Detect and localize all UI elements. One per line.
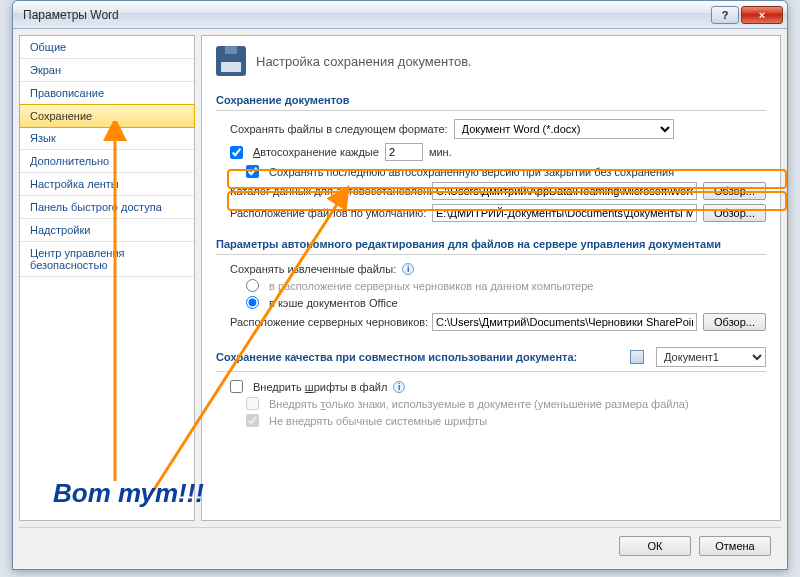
dialog-footer: ОК Отмена — [19, 527, 781, 563]
autosave-label: Автосохранение каждые — [253, 146, 379, 158]
save-extracted-label: Сохранять извлеченные файлы: — [230, 263, 396, 275]
radio-server-drafts-local-label: в расположение серверных черновиков на д… — [269, 280, 593, 292]
embed-only-used-checkbox — [246, 397, 259, 410]
keep-last-autosave-label: Сохранять последнюю автосохраненную верс… — [269, 166, 674, 178]
autosave-unit: мин. — [429, 146, 452, 158]
no-system-fonts-label: Не внедрять обычные системные шрифты — [269, 415, 487, 427]
sidebar-item-display[interactable]: Экран — [20, 59, 194, 82]
server-drafts-path-input[interactable] — [432, 313, 697, 331]
radio-server-drafts-local[interactable] — [246, 279, 259, 292]
titlebar[interactable]: Параметры Word ? × — [13, 1, 787, 29]
window-buttons: ? × — [709, 6, 783, 24]
sidebar-item-advanced[interactable]: Дополнительно — [20, 150, 194, 173]
ok-button[interactable]: ОК — [619, 536, 691, 556]
sidebar-item-customize-ribbon[interactable]: Настройка ленты — [20, 173, 194, 196]
default-location-label: Расположение файлов по умолчанию: — [230, 207, 426, 219]
autorecover-path-input[interactable] — [432, 182, 697, 200]
section-fidelity: Сохранение качества при совместном испол… — [216, 343, 766, 372]
no-system-fonts-checkbox — [246, 414, 259, 427]
autosave-minutes-input[interactable] — [385, 143, 423, 161]
document-icon — [630, 350, 644, 364]
page-header: Настройка сохранения документов. — [216, 46, 766, 76]
window-title: Параметры Word — [23, 8, 709, 22]
sidebar-item-quick-access[interactable]: Панель быстрого доступа — [20, 196, 194, 219]
browse-server-drafts-button[interactable]: Обзор... — [703, 313, 766, 331]
default-location-input[interactable] — [432, 204, 697, 222]
page-title: Настройка сохранения документов. — [256, 54, 472, 69]
browse-default-location-button[interactable]: Обзор... — [703, 204, 766, 222]
help-button[interactable]: ? — [711, 6, 739, 24]
sidebar-item-trust-center[interactable]: Центр управления безопасностью — [20, 242, 194, 277]
autorecover-path-label: Каталог данных для автовосстановления: — [230, 185, 426, 197]
sidebar-item-save[interactable]: Сохранение — [19, 104, 195, 128]
floppy-disk-icon — [216, 46, 246, 76]
radio-office-cache[interactable] — [246, 296, 259, 309]
sidebar-item-language[interactable]: Язык — [20, 127, 194, 150]
sidebar-item-addins[interactable]: Надстройки — [20, 219, 194, 242]
browse-autorecover-button[interactable]: Обзор... — [703, 182, 766, 200]
cancel-button[interactable]: Отмена — [699, 536, 771, 556]
save-format-label: Сохранять файлы в следующем формате: — [230, 123, 448, 135]
embed-only-used-label: Внедрять только знаки, используемые в до… — [269, 398, 689, 410]
sidebar: Общие Экран Правописание Сохранение Язык… — [19, 35, 195, 521]
save-format-select[interactable]: Документ Word (*.docx) — [454, 119, 674, 139]
embed-fonts-label: Внедрить шрифты в файл — [253, 381, 387, 393]
keep-last-autosave-checkbox[interactable] — [246, 165, 259, 178]
section-save-documents: Сохранение документов — [216, 90, 766, 111]
server-drafts-path-label: Расположение серверных черновиков: — [230, 316, 426, 328]
sidebar-item-general[interactable]: Общие — [20, 36, 194, 59]
dialog-body: Общие Экран Правописание Сохранение Язык… — [13, 29, 787, 527]
info-icon[interactable]: i — [393, 381, 405, 393]
close-button[interactable]: × — [741, 6, 783, 24]
autosave-checkbox[interactable] — [230, 146, 243, 159]
fidelity-document-select[interactable]: Документ1 — [656, 347, 766, 367]
sidebar-item-proofing[interactable]: Правописание — [20, 82, 194, 105]
main-pane: Настройка сохранения документов. Сохране… — [201, 35, 781, 521]
embed-fonts-checkbox[interactable] — [230, 380, 243, 393]
radio-office-cache-label: в кэше документов Office — [269, 297, 398, 309]
callout-text: Вот тут!!! — [53, 478, 204, 509]
options-dialog: Параметры Word ? × Общие Экран Правописа… — [12, 0, 788, 570]
info-icon[interactable]: i — [402, 263, 414, 275]
section-offline-editing: Параметры автономного редактирования для… — [216, 234, 766, 255]
